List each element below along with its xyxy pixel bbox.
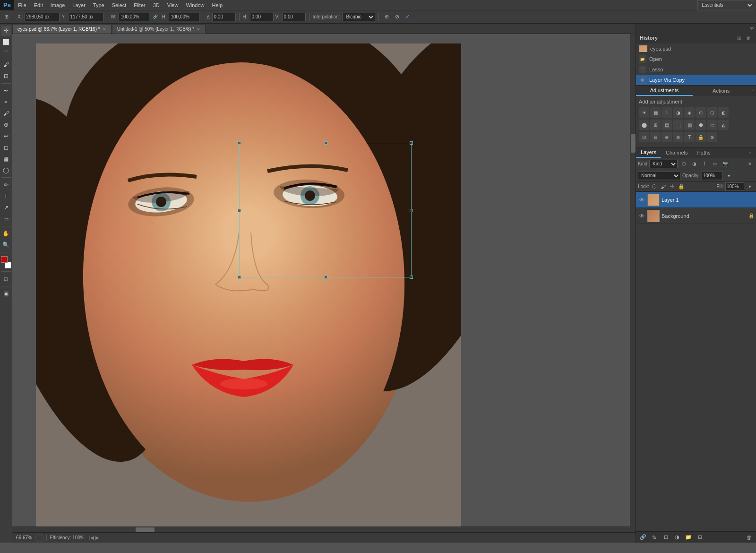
menu-file[interactable]: File bbox=[14, 0, 30, 10]
close-tab-untitled[interactable]: ✕ bbox=[197, 27, 200, 32]
x-field[interactable] bbox=[24, 13, 60, 21]
layer-style-icon[interactable]: fx bbox=[650, 533, 659, 542]
adj-vibrance-icon[interactable]: ◈ bbox=[684, 107, 695, 118]
layer-item-background[interactable]: 👁 Background 🔒 bbox=[636, 208, 756, 224]
marquee-tool[interactable]: ⬜ bbox=[1, 37, 11, 47]
fill-field[interactable] bbox=[725, 182, 744, 191]
menu-3d[interactable]: 3D bbox=[149, 0, 163, 10]
adj-panel-menu-icon[interactable]: ≡ bbox=[751, 88, 754, 94]
adj-mask7-icon[interactable]: ⊗ bbox=[707, 132, 717, 142]
menu-type[interactable]: Type bbox=[89, 0, 108, 10]
pen-tool[interactable]: ✏ bbox=[1, 180, 11, 190]
menu-image[interactable]: Image bbox=[47, 0, 69, 10]
screen-mode-tool[interactable]: ▣ bbox=[1, 288, 11, 299]
brush-tool[interactable]: 🖌 bbox=[1, 108, 11, 119]
fill-stepper[interactable]: ▼ bbox=[746, 182, 754, 191]
layer-mask-icon[interactable]: ⊡ bbox=[662, 533, 670, 542]
cancel-transform-icon[interactable]: ⊘ bbox=[393, 13, 401, 21]
tab-eyes-psd[interactable]: eyes.psd @ 66.7% (Layer 1, RGB/16) * ✕ bbox=[12, 24, 112, 34]
horizontal-scrollbar[interactable] bbox=[12, 527, 630, 532]
type-tool[interactable]: T bbox=[1, 191, 11, 201]
healing-tool[interactable]: ⌖ bbox=[1, 97, 11, 107]
menu-help[interactable]: Help bbox=[208, 0, 227, 10]
adj-posterize-icon[interactable]: ▩ bbox=[684, 120, 695, 130]
lock-pixels-icon[interactable]: 🖌 bbox=[660, 183, 667, 190]
adj-brightness-icon[interactable]: ☀ bbox=[639, 107, 649, 118]
v-field[interactable] bbox=[282, 13, 306, 21]
new-group-icon[interactable]: 📁 bbox=[684, 533, 693, 542]
delete-layer-icon[interactable]: 🗑 bbox=[745, 533, 753, 542]
dodge-tool[interactable]: ◯ bbox=[1, 165, 11, 175]
shape-tool[interactable]: ▭ bbox=[1, 214, 11, 224]
lock-position-icon[interactable]: ✛ bbox=[669, 183, 676, 190]
quick-select-tool[interactable]: 🖌 bbox=[1, 60, 11, 70]
layers-panel-menu-icon[interactable]: ≡ bbox=[747, 149, 754, 156]
h2-field[interactable] bbox=[250, 13, 274, 21]
opacity-stepper[interactable]: ▼ bbox=[725, 172, 733, 180]
blend-mode-select[interactable]: Normal bbox=[638, 172, 680, 180]
link-layers-icon[interactable]: 🔗 bbox=[639, 533, 647, 542]
history-panel-header[interactable]: History ⊞ 🗑 bbox=[636, 32, 756, 43]
background-visibility-toggle[interactable]: 👁 bbox=[638, 212, 645, 220]
menu-filter[interactable]: Filter bbox=[130, 0, 149, 10]
warp-icon[interactable]: ⊕ bbox=[382, 13, 391, 21]
adj-photo-filter-icon[interactable]: ⬤ bbox=[639, 120, 649, 130]
filter-shape-icon[interactable]: ▭ bbox=[711, 160, 719, 168]
path-select-tool[interactable]: ↗ bbox=[1, 202, 11, 213]
filter-adj-icon[interactable]: ◑ bbox=[690, 160, 698, 168]
filter-pixel-icon[interactable]: ⬡ bbox=[679, 160, 688, 168]
zoom-tool[interactable]: 🔍 bbox=[1, 240, 11, 250]
document-canvas[interactable] bbox=[36, 43, 461, 532]
history-new-doc-icon[interactable]: ⊞ bbox=[735, 34, 743, 42]
lock-transparent-icon[interactable]: ⬡ bbox=[651, 183, 658, 190]
scrollbar-thumb[interactable] bbox=[631, 134, 636, 153]
layer-item-layer1[interactable]: 👁 Layer 1 bbox=[636, 192, 756, 208]
adj-mask2-icon[interactable]: ⊟ bbox=[650, 132, 661, 142]
adj-mask6-icon[interactable]: 🔒 bbox=[696, 132, 706, 142]
adj-invert-icon[interactable]: ⬛ bbox=[673, 120, 683, 130]
tab-actions[interactable]: Actions bbox=[693, 86, 749, 96]
quick-mask-tool[interactable]: ◱ bbox=[1, 274, 11, 284]
history-delete-icon[interactable]: 🗑 bbox=[745, 34, 752, 42]
tab-channels[interactable]: Channels bbox=[661, 147, 692, 158]
hand-tool[interactable]: ✋ bbox=[1, 228, 11, 239]
close-tab-eyes[interactable]: ✕ bbox=[103, 27, 106, 32]
menu-layer[interactable]: Layer bbox=[69, 0, 89, 10]
layer-kind-select[interactable]: Kind bbox=[649, 160, 678, 168]
menu-window[interactable]: Window bbox=[182, 0, 208, 10]
menu-select[interactable]: Select bbox=[108, 0, 130, 10]
adj-mask5-icon[interactable]: T bbox=[684, 132, 695, 142]
filter-clear-icon[interactable]: ✕ bbox=[746, 160, 754, 168]
vertical-scrollbar[interactable] bbox=[630, 34, 636, 532]
adj-gradient-map-icon[interactable]: ▭ bbox=[707, 120, 717, 130]
h-field[interactable] bbox=[169, 13, 199, 21]
rotation-field[interactable] bbox=[212, 13, 236, 21]
gradient-tool[interactable]: ▦ bbox=[1, 154, 11, 164]
lock-all-icon[interactable]: 🔒 bbox=[678, 183, 685, 190]
horizontal-scrollbar-thumb[interactable] bbox=[136, 527, 155, 532]
tab-layers[interactable]: Layers bbox=[636, 147, 661, 158]
opacity-field[interactable] bbox=[702, 172, 723, 180]
zoom-indicator[interactable] bbox=[35, 534, 43, 542]
adj-black-white-icon[interactable]: ◐ bbox=[718, 107, 729, 118]
layer1-visibility-toggle[interactable]: 👁 bbox=[638, 196, 645, 204]
interpolation-select[interactable]: Bicubic bbox=[342, 13, 375, 21]
commit-transform-icon[interactable]: ✓ bbox=[403, 13, 412, 21]
history-brush-tool[interactable]: ↩ bbox=[1, 131, 11, 141]
move-tool[interactable]: ✛ bbox=[1, 26, 11, 36]
tab-adjustments[interactable]: Adjustments bbox=[636, 86, 693, 96]
adj-curves-icon[interactable]: ⌇ bbox=[662, 107, 672, 118]
new-fill-adj-layer-icon[interactable]: ◑ bbox=[673, 533, 681, 542]
play-btn[interactable]: ▶ bbox=[95, 535, 99, 540]
adj-color-lookup-icon[interactable]: ▤ bbox=[662, 120, 672, 130]
new-layer-icon[interactable]: ⊞ bbox=[696, 533, 704, 542]
w-field[interactable] bbox=[119, 13, 149, 21]
link-icon[interactable]: 🔗 bbox=[151, 13, 160, 21]
lasso-tool[interactable]: ⌒ bbox=[1, 48, 11, 59]
tab-paths[interactable]: Paths bbox=[693, 147, 715, 158]
adj-color-balance-icon[interactable]: ⬡ bbox=[707, 107, 717, 118]
history-item-file[interactable]: eyes.psd bbox=[636, 43, 756, 54]
history-item-layer-via-copy[interactable]: ⊞ Layer Via Copy bbox=[636, 75, 756, 85]
crop-tool[interactable]: ⊡ bbox=[1, 71, 11, 81]
menu-view[interactable]: View bbox=[163, 0, 182, 10]
